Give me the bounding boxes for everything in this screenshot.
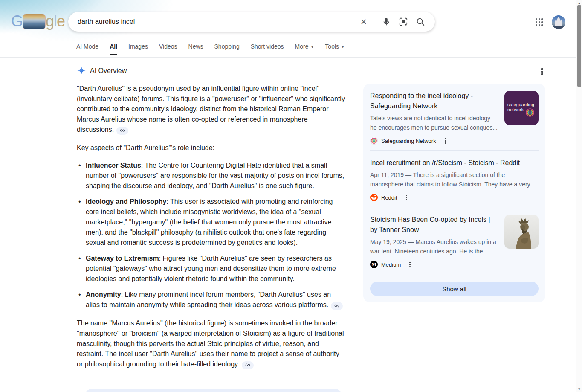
- more-vert-icon: [445, 138, 446, 139]
- apps-grid-icon: [534, 17, 544, 27]
- search-icon: [416, 17, 425, 26]
- logo-letter: l: [54, 12, 57, 30]
- page-scrollbar[interactable]: ▲ ▼: [576, 0, 582, 392]
- source-card-snippet: Tate's views are not identical to incel …: [370, 114, 498, 132]
- avatar-castle-photo: [552, 15, 565, 29]
- key-aspects-list: Influencer Status: The Centre for Counte…: [78, 160, 346, 310]
- logo-letter: g: [46, 12, 54, 30]
- source-name[interactable]: Medium: [381, 261, 401, 268]
- tab-videos[interactable]: Videos: [159, 43, 177, 55]
- thumbnail-text: network: [507, 107, 524, 112]
- link-icon: [245, 363, 250, 368]
- source-card[interactable]: Stoicism Has Been Co-opted by Incels | b…: [370, 207, 539, 274]
- tab-ai-mode[interactable]: AI Mode: [76, 43, 98, 55]
- list-item: Anonymity: Like many prominent incel for…: [78, 290, 346, 310]
- tab-short-videos[interactable]: Short videos: [251, 43, 284, 55]
- more-vert-icon: [541, 68, 543, 70]
- logo-letter-g: G: [11, 12, 23, 30]
- show-all-button[interactable]: Show all: [370, 282, 539, 296]
- search-submit-button[interactable]: [412, 13, 429, 30]
- source-link-chip[interactable]: [242, 361, 254, 369]
- camera-lens-icon: [399, 17, 408, 26]
- source-options-button[interactable]: [408, 261, 411, 268]
- logo-letter: e: [57, 12, 65, 30]
- svg-text:M: M: [371, 262, 376, 267]
- source-options-button[interactable]: [405, 194, 408, 201]
- lens-search-button[interactable]: [395, 13, 412, 30]
- search-input[interactable]: [68, 18, 355, 26]
- ai-sparkle-icon: [77, 66, 86, 75]
- ai-overview-options-button[interactable]: [538, 67, 547, 76]
- source-name[interactable]: Safeguarding Network: [381, 138, 436, 144]
- source-card-snippet: Apr 11, 2019 — There is a significant se…: [370, 171, 539, 189]
- list-item: Gateway to Extremism: Figures like "Dart…: [78, 253, 346, 284]
- source-link-chip[interactable]: [116, 127, 128, 135]
- tab-news[interactable]: News: [188, 43, 203, 55]
- safeguarding-network-logo: [525, 108, 535, 117]
- source-name[interactable]: Reddit: [381, 195, 397, 201]
- source-card-title[interactable]: Incel recruitment on /r/Stocism - Stoici…: [370, 158, 539, 168]
- account-avatar[interactable]: [552, 15, 565, 29]
- tab-images[interactable]: Images: [128, 43, 148, 55]
- chevron-down-icon: ▼: [341, 45, 345, 49]
- key-aspects-line: Key aspects of "Darth Aurelius"'s role i…: [77, 143, 346, 153]
- source-card-title[interactable]: Stoicism Has Been Co-opted by Incels | b…: [370, 215, 498, 235]
- list-item: Ideology and Philosophy: This user is as…: [78, 197, 346, 248]
- link-icon: [120, 128, 125, 133]
- search-bar-divider: [375, 16, 375, 27]
- source-card-thumbnail[interactable]: [504, 215, 539, 249]
- source-card-snippet: May 19, 2025 — Marcus Aurelius wakes up …: [370, 238, 498, 256]
- ai-overview-label: AI Overview: [90, 67, 127, 75]
- tab-all[interactable]: All: [110, 43, 117, 55]
- ai-overview-intro-paragraph: "Darth Aurelius" is a pseudonym used by …: [77, 84, 346, 135]
- voice-search-button[interactable]: [378, 13, 395, 30]
- thumbnail-text: safeguarding: [507, 102, 534, 107]
- microphone-icon: [382, 17, 391, 26]
- close-icon: ✕: [360, 18, 367, 26]
- followup-input-peek[interactable]: [83, 389, 344, 392]
- scrollbar-thumb[interactable]: [577, 5, 581, 87]
- clear-search-button[interactable]: ✕: [355, 13, 372, 30]
- tab-more[interactable]: More▼: [295, 43, 314, 55]
- tabs-divider: [0, 57, 576, 58]
- list-item: Influencer Status: The Centre for Counte…: [78, 160, 346, 191]
- source-options-button[interactable]: [444, 137, 447, 145]
- safeguarding-network-favicon: [370, 137, 378, 145]
- chevron-down-icon: ▼: [310, 45, 314, 49]
- source-card[interactable]: Responding to the incel ideology - Safeg…: [370, 84, 539, 151]
- medium-favicon: M: [370, 261, 378, 268]
- link-icon: [334, 303, 339, 308]
- source-card-thumbnail[interactable]: safeguardingnetwork: [504, 91, 539, 125]
- source-link-chip[interactable]: [331, 302, 343, 310]
- more-vert-icon: [406, 195, 407, 196]
- ai-overview-section: AI Overview "Darth Aurelius" is a pseudo…: [77, 66, 346, 369]
- logo-doodle-photo: [23, 14, 45, 29]
- google-logo[interactable]: G gle: [11, 12, 65, 31]
- result-filter-tabs: AI Mode All Images Videos News Shopping …: [76, 43, 345, 58]
- tab-shopping[interactable]: Shopping: [214, 43, 240, 55]
- source-card[interactable]: Incel recruitment on /r/Stocism - Stoici…: [370, 151, 539, 207]
- more-vert-icon: [409, 262, 411, 263]
- statue-photo: [504, 215, 539, 249]
- google-apps-button[interactable]: [534, 17, 544, 27]
- ai-overview-closing-paragraph: The name "Marcus Aurelius" (the historic…: [77, 318, 346, 369]
- source-card-title[interactable]: Responding to the incel ideology - Safeg…: [370, 91, 498, 111]
- scroll-down-arrow[interactable]: ▼: [576, 386, 582, 392]
- reddit-favicon: [370, 194, 378, 201]
- tab-tools[interactable]: Tools▼: [325, 43, 345, 55]
- ai-overview-sources-panel: Responding to the incel ideology - Safeg…: [363, 84, 545, 302]
- search-bar[interactable]: ✕: [68, 12, 435, 32]
